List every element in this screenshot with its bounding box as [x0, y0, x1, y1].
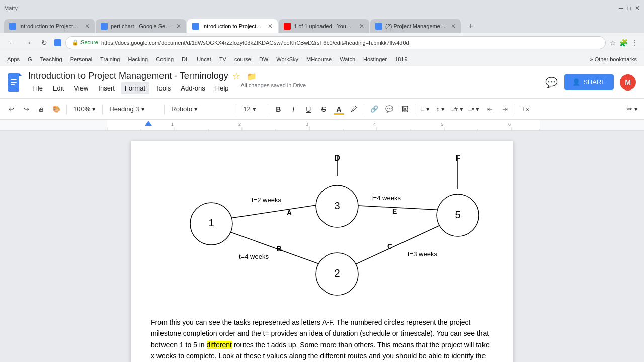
tab-4[interactable]: 1 of 1 uploaded - YouTu... ✕ — [279, 19, 369, 33]
bookmark-1819[interactable]: 1819 — [392, 55, 410, 63]
bookmark-watch[interactable]: Watch — [337, 55, 358, 63]
bold-button[interactable]: B — [271, 102, 285, 116]
align-button[interactable]: ≡ ▾ — [418, 102, 432, 116]
svg-text:5: 5 — [455, 209, 460, 220]
insert-comment-button[interactable]: 💬 — [382, 102, 396, 116]
bookmark-tv[interactable]: TV — [216, 55, 229, 63]
bookmark-g[interactable]: G — [25, 55, 35, 63]
menu-format[interactable]: Format — [121, 82, 149, 94]
new-tab-btn[interactable]: + — [464, 19, 478, 33]
bookmark-course[interactable]: course — [231, 55, 254, 63]
strikethrough-button[interactable]: S — [316, 102, 331, 116]
avatar[interactable]: M — [620, 74, 636, 90]
font-size-select[interactable]: 12 ▾ — [239, 102, 265, 116]
print-button[interactable]: 🖨 — [34, 102, 48, 116]
comments-icon[interactable]: 💬 — [545, 76, 558, 88]
star-icon[interactable]: ☆ — [232, 71, 240, 82]
list-numbered-button[interactable]: ≡# ▾ — [448, 102, 465, 116]
bookmark-training[interactable]: Training — [97, 55, 123, 63]
tab-close-2[interactable]: ✕ — [176, 23, 181, 30]
bookmark-hostinger[interactable]: Hostinger — [360, 55, 390, 63]
menu-insert[interactable]: Insert — [94, 82, 119, 94]
line-spacing-button[interactable]: ↕ ▾ — [433, 102, 447, 116]
svg-text:D: D — [334, 154, 340, 162]
redo-button[interactable]: ↪ — [19, 102, 33, 116]
bookmarks-more[interactable]: » Other bookmarks — [587, 55, 640, 63]
doc-title[interactable]: Introduction to Project Management - Ter… — [28, 71, 228, 81]
tab-3[interactable]: Introduction to Project M... ✕ — [187, 19, 278, 33]
folder-icon[interactable]: 📁 — [247, 72, 257, 81]
bookmark-coding[interactable]: Coding — [153, 55, 177, 63]
clear-formatting-button[interactable]: Tx — [518, 102, 532, 116]
bookmark-teaching[interactable]: Teaching — [37, 55, 65, 63]
bookmark-worksky[interactable]: WorkSky — [273, 55, 301, 63]
highlighted-word: different — [207, 341, 232, 349]
svg-text:2: 2 — [238, 122, 241, 127]
bookmark-dl[interactable]: DL — [179, 55, 192, 63]
svg-text:2: 2 — [334, 267, 340, 279]
bookmark-dw[interactable]: DW — [256, 55, 271, 63]
home-btn[interactable] — [54, 39, 61, 46]
size-chevron: ▾ — [253, 105, 256, 113]
tab-close-3[interactable]: ✕ — [268, 23, 273, 30]
svg-text:t=2  weeks: t=2 weeks — [252, 196, 281, 204]
zoom-select[interactable]: 100% ▾ — [70, 102, 99, 116]
menu-addons[interactable]: Add-ons — [177, 82, 209, 94]
bookmark-mhcourse[interactable]: MHcourse — [303, 55, 335, 63]
insert-image-button[interactable]: 🖼 — [397, 102, 412, 116]
menu-tools[interactable]: Tools — [151, 82, 175, 94]
extension-icon[interactable]: 🧩 — [619, 39, 628, 47]
menu-help[interactable]: Help — [211, 82, 233, 94]
reload-btn[interactable]: ↻ — [38, 37, 50, 49]
menu-file[interactable]: File — [28, 82, 47, 94]
tab-5[interactable]: (2) Project Management... ✕ — [370, 19, 461, 33]
tab-2[interactable]: pert chart - Google Searc... ✕ — [96, 19, 186, 33]
heading-select[interactable]: Heading 3 ▾ — [106, 102, 161, 116]
paint-format-button[interactable]: 🎨 — [49, 102, 63, 116]
text-color-bar — [334, 113, 344, 115]
menu-edit[interactable]: Edit — [49, 82, 68, 94]
svg-text:1: 1 — [171, 122, 174, 127]
bookmark-personal[interactable]: Personal — [67, 55, 95, 63]
docs-logo[interactable] — [8, 73, 22, 92]
text-color-button[interactable]: A — [332, 102, 346, 116]
diagram-container: t=2 weeks A t=4 weeks B t=4 weeks E t= — [151, 151, 493, 302]
list-bullet-button[interactable]: ≡• ▾ — [466, 102, 482, 116]
svg-text:C: C — [387, 242, 392, 250]
svg-line-34 — [225, 230, 326, 266]
bookmark-apps[interactable]: Apps — [4, 55, 23, 63]
font-select[interactable]: Roboto ▾ — [168, 102, 233, 116]
undo-button[interactable]: ↩ — [4, 102, 18, 116]
tab-1[interactable]: Introduction to Project M... ✕ — [4, 19, 95, 33]
forward-btn[interactable]: → — [22, 37, 34, 49]
tab-close-1[interactable]: ✕ — [85, 23, 90, 30]
tab-close-4[interactable]: ✕ — [359, 23, 364, 30]
italic-button[interactable]: I — [286, 102, 300, 116]
toolbar: ↩ ↪ 🖨 🎨 100% ▾ Heading 3 ▾ Roboto ▾ 12 ▾… — [0, 99, 644, 120]
maximize-btn[interactable]: □ — [627, 5, 631, 12]
highlight-color-button[interactable]: 🖊 — [347, 102, 361, 116]
close-btn[interactable]: ✕ — [635, 5, 640, 12]
menu-icon[interactable]: ⋮ — [631, 39, 638, 47]
edit-mode-button[interactable]: ✏ ▾ — [625, 102, 640, 116]
insert-link-button[interactable]: 🔗 — [367, 102, 381, 116]
user-profile[interactable]: Matty — [4, 5, 34, 11]
menu-view[interactable]: View — [70, 82, 92, 94]
toolbar-divider-4 — [236, 104, 236, 114]
minimize-btn[interactable]: ─ — [619, 5, 623, 12]
bookmark-uncat[interactable]: Uncat — [194, 55, 214, 63]
document-page: t=2 weeks A t=4 weeks B t=4 weeks E t= — [131, 141, 513, 362]
share-button[interactable]: 👤 SHARE — [564, 74, 614, 90]
decrease-indent-button[interactable]: ⇤ — [482, 102, 497, 116]
heading-value: Heading 3 — [109, 105, 139, 113]
url-display[interactable]: https://docs.google.com/document/d/1dWsO… — [101, 40, 599, 46]
tab-close-5[interactable]: ✕ — [451, 23, 456, 30]
star-bookmark-icon[interactable]: ☆ — [610, 39, 616, 47]
back-btn[interactable]: ← — [6, 37, 18, 49]
share-icon: 👤 — [572, 78, 580, 86]
increase-indent-button[interactable]: ⇥ — [498, 102, 512, 116]
zoom-chevron: ▾ — [92, 105, 96, 113]
toolbar-divider-3 — [164, 104, 165, 114]
underline-button[interactable]: U — [301, 102, 315, 116]
bookmark-hacking[interactable]: Hacking — [125, 55, 151, 63]
